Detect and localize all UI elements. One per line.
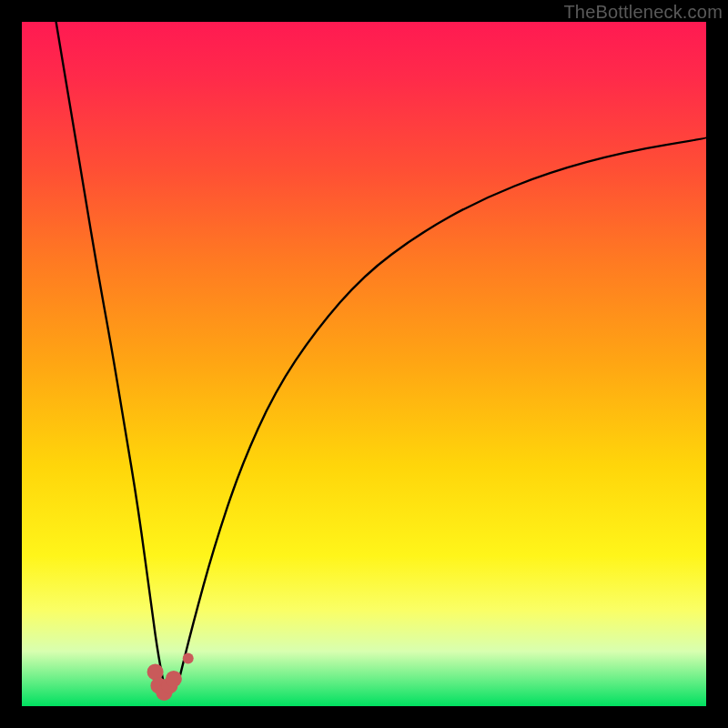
- bottleneck-curve: [22, 22, 706, 706]
- attribution-label: TheBottleneck.com: [563, 2, 723, 23]
- marker-point: [147, 663, 164, 680]
- marker-point: [166, 671, 182, 687]
- curve-right-branch: [179, 138, 706, 679]
- marker-group: [147, 652, 194, 701]
- curve-left-branch: [56, 22, 166, 693]
- marker-point: [183, 652, 194, 663]
